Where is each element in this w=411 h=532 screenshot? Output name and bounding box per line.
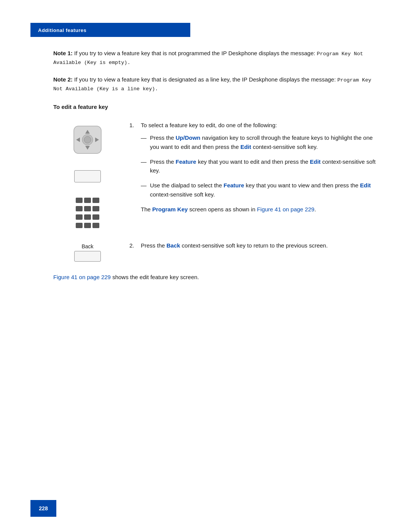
step2-item: Press the Back context-sensitive soft ke… (129, 241, 381, 250)
step2-area: Back Press the Back context-sensitive so… (53, 241, 381, 262)
step2-list: Press the Back context-sensitive soft ke… (129, 241, 381, 250)
step1-bullet-3: Use the dialpad to select the Feature ke… (141, 181, 381, 199)
program-key-link[interactable]: Program Key (152, 206, 188, 212)
svg-point-6 (84, 136, 91, 143)
edit-highlight-2: Edit (310, 158, 320, 165)
figure-41-link-caption[interactable]: Figure 41 on page 229 (53, 274, 111, 280)
note-2-label: Note 2: (53, 76, 73, 83)
back-button-illustration: Back (74, 243, 101, 262)
dialpad-key-2 (84, 198, 91, 203)
feature-highlight-1: Feature (176, 158, 196, 165)
step2-image-column: Back (53, 241, 122, 262)
edit-highlight-3: Edit (360, 182, 371, 189)
dialpad-illustration (76, 198, 99, 230)
dialpad-key-4 (76, 206, 83, 211)
page-number-box: 228 (30, 500, 56, 517)
program-key-sentence: The Program Key screen opens as shown in… (141, 205, 381, 214)
dialpad-key-11 (84, 223, 91, 228)
section-subheading: To edit a feature key (53, 104, 381, 110)
note-2: Note 2: If you try to view a feature key… (53, 75, 381, 93)
notes-section: Note 1: If you try to view a feature key… (53, 49, 381, 93)
note-1-text: If you try to view a feature key that is… (53, 50, 363, 65)
dialpad-key-7 (76, 214, 83, 220)
edit-highlight-1: Edit (241, 144, 251, 150)
step1-bullet-1: Press the Up/Down navigation key to scro… (141, 133, 381, 151)
updown-highlight: Up/Down (176, 134, 201, 141)
step1-image-column (53, 121, 122, 230)
soft-key-illustration (74, 170, 101, 182)
dialpad-key-3 (92, 198, 99, 203)
section-header-title: Additional features (38, 27, 86, 33)
dialpad-key-5 (84, 206, 91, 211)
step1-bullet-2: Press the Feature key that you want to e… (141, 157, 381, 175)
note-1-label: Note 1: (53, 50, 73, 56)
back-label-text: Back (81, 243, 93, 249)
figure-caption-text: shows the edit feature key screen. (112, 274, 199, 280)
figure-41-link-inline[interactable]: Figure 41 on page 229 (257, 206, 314, 212)
step2-text-column: Press the Back context-sensitive soft ke… (122, 241, 381, 257)
note-2-text: If you try to view a feature key that is… (53, 76, 371, 91)
dialpad-key-12 (92, 223, 99, 228)
note-1: Note 1: If you try to view a feature key… (53, 49, 381, 67)
back-highlight: Back (167, 242, 180, 249)
step1-dash-list: Press the Up/Down navigation key to scro… (141, 133, 381, 199)
step1-list: To select a feature key to edit, do one … (129, 121, 381, 214)
dialpad-key-10 (76, 223, 83, 228)
step1-intro: To select a feature key to edit, do one … (141, 122, 277, 128)
step1-text-column: To select a feature key to edit, do one … (122, 121, 381, 230)
step1-content-area: To select a feature key to edit, do one … (53, 121, 381, 230)
step1-item: To select a feature key to edit, do one … (129, 121, 381, 214)
dialpad-key-8 (84, 214, 91, 220)
page-container: Additional features Note 1: If you try t… (0, 0, 411, 532)
dialpad-key-1 (76, 198, 83, 203)
figure-caption: Figure 41 on page 229 shows the edit fea… (53, 273, 381, 282)
dialpad-key-9 (92, 214, 99, 220)
section-header-banner: Additional features (30, 23, 190, 37)
nav-key-illustration (70, 125, 105, 155)
page-number: 228 (39, 505, 48, 511)
feature-highlight-2: Feature (223, 182, 244, 189)
dialpad-key-6 (92, 206, 99, 211)
back-softkey-illustration (74, 251, 101, 262)
